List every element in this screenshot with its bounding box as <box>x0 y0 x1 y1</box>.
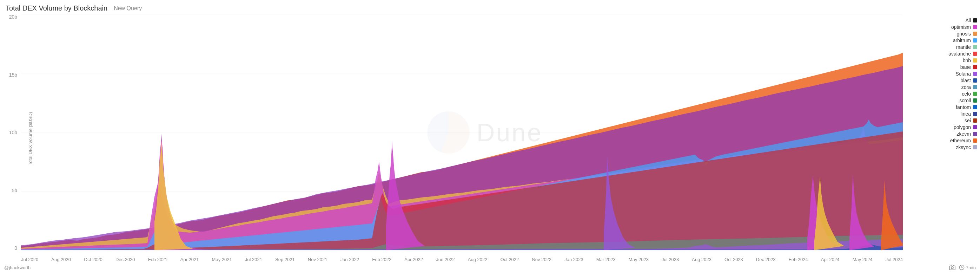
legend-label-zora: zora <box>961 84 971 90</box>
legend-item-zora[interactable]: zora <box>948 84 977 90</box>
bottom-bar: @jhackworth 7min <box>0 263 980 272</box>
legend-item-avalanche[interactable]: avalanche <box>948 51 977 57</box>
chart-container: Total DEX Volume by Blockchain New Query… <box>0 0 980 272</box>
x-label-10: Jan 2022 <box>340 257 360 262</box>
y-label-0: 0 <box>14 245 17 251</box>
x-label-4: Feb 2021 <box>148 257 167 262</box>
legend-label-arbitrum: arbitrum <box>953 38 971 43</box>
legend-dot-fantom <box>973 105 977 109</box>
legend-dot-scroll <box>973 98 977 102</box>
legend-dot-arbitrum <box>973 38 977 43</box>
legend-item-gnosis[interactable]: gnosis <box>948 31 977 37</box>
chart-area: Dune <box>21 14 903 251</box>
legend-dot-ethereum <box>973 138 977 143</box>
legend-label-zksync: zksync <box>956 144 971 150</box>
legend-item-optimism[interactable]: optimism <box>948 24 977 30</box>
legend-item-zkevm[interactable]: zkevm <box>948 131 977 137</box>
user-handle: @jhackworth <box>4 265 30 270</box>
x-label-8: Sep 2021 <box>275 257 295 262</box>
legend-dot-zkevm <box>973 132 977 136</box>
y-label-10b: 10b <box>9 130 17 135</box>
y-label-5b: 5b <box>11 188 17 193</box>
legend-item-celo[interactable]: celo <box>948 91 977 97</box>
legend-dot-base <box>973 65 977 69</box>
legend-item-scroll[interactable]: scroll <box>948 98 977 103</box>
legend-dot-polygon <box>973 125 977 129</box>
chart-svg <box>21 14 903 251</box>
legend-dot-bnb <box>973 58 977 62</box>
x-axis-labels: Jul 2020 Aug 2020 Oct 2020 Dec 2020 Feb … <box>21 257 903 262</box>
legend-item-fantom[interactable]: fantom <box>948 104 977 110</box>
legend-label-blast: blast <box>960 78 971 83</box>
x-label-5: Apr 2021 <box>180 257 199 262</box>
svg-point-5 <box>951 267 953 269</box>
legend-dot-blast <box>973 78 977 83</box>
legend: All optimism gnosis arbitrum mantle aval… <box>948 18 977 150</box>
x-label-14: Aug 2022 <box>468 257 488 262</box>
legend-label-mantle: mantle <box>956 44 971 50</box>
y-label-20b: 20b <box>9 14 17 20</box>
legend-item-mantle[interactable]: mantle <box>948 44 977 50</box>
legend-label-optimism: optimism <box>951 24 971 30</box>
legend-item-blast[interactable]: blast <box>948 78 977 83</box>
x-label-25: Apr 2024 <box>821 257 840 262</box>
legend-dot-zksync <box>973 145 977 149</box>
refresh-badge[interactable]: 7min <box>959 265 976 270</box>
legend-label-fantom: fantom <box>956 104 971 110</box>
legend-item-polygon[interactable]: polygon <box>948 125 977 130</box>
legend-dot-linea <box>973 112 977 116</box>
legend-label-avalanche: avalanche <box>948 51 971 57</box>
legend-label-sei: sei <box>964 118 971 123</box>
x-label-0: Jul 2020 <box>21 257 38 262</box>
x-label-7: Jul 2021 <box>245 257 262 262</box>
legend-dot-sei <box>973 118 977 123</box>
legend-label-ethereum: ethereum <box>950 138 971 143</box>
legend-item-bnb[interactable]: bnb <box>948 58 977 63</box>
x-label-12: Apr 2022 <box>404 257 423 262</box>
legend-item-all[interactable]: All <box>948 18 977 23</box>
x-label-20: Jul 2023 <box>662 257 679 262</box>
x-label-26: May 2024 <box>853 257 873 262</box>
legend-label-scroll: scroll <box>959 98 971 103</box>
x-label-2: Oct 2020 <box>84 257 102 262</box>
legend-dot-all <box>973 18 977 22</box>
legend-dot-solana <box>973 72 977 76</box>
new-query-button[interactable]: New Query <box>114 5 142 11</box>
legend-dot-zora <box>973 85 977 89</box>
legend-item-zksync[interactable]: zksync <box>948 144 977 150</box>
legend-item-sei[interactable]: sei <box>948 118 977 123</box>
legend-dot-mantle <box>973 45 977 49</box>
chart-title-area: Total DEX Volume by Blockchain New Query <box>6 4 142 12</box>
legend-dot-optimism <box>973 25 977 29</box>
legend-dot-celo <box>973 92 977 96</box>
legend-item-base[interactable]: base <box>948 64 977 70</box>
legend-label-celo: celo <box>962 91 971 97</box>
x-label-27: Jul 2024 <box>886 257 903 262</box>
legend-label-bnb: bnb <box>963 58 971 63</box>
x-label-6: May 2021 <box>212 257 232 262</box>
legend-label-linea: linea <box>960 111 971 117</box>
legend-label-solana: Solana <box>955 71 971 77</box>
legend-label-polygon: polygon <box>954 125 971 130</box>
x-label-9: Nov 2021 <box>308 257 328 262</box>
camera-icon[interactable] <box>949 264 955 270</box>
legend-item-solana[interactable]: Solana <box>948 71 977 77</box>
clock-icon <box>959 265 964 270</box>
x-label-22: Oct 2023 <box>724 257 743 262</box>
x-label-18: Mar 2023 <box>597 257 616 262</box>
legend-label-gnosis: gnosis <box>957 31 971 37</box>
legend-item-linea[interactable]: linea <box>948 111 977 117</box>
bottom-right: 7min <box>949 264 976 270</box>
refresh-time: 7min <box>966 265 976 270</box>
legend-item-arbitrum[interactable]: arbitrum <box>948 38 977 43</box>
y-axis-labels: 20b 15b 10b 5b 0 <box>0 14 19 251</box>
x-label-15: Oct 2022 <box>501 257 519 262</box>
legend-item-ethereum[interactable]: ethereum <box>948 138 977 143</box>
x-label-16: Nov 2022 <box>532 257 551 262</box>
x-label-19: May 2023 <box>628 257 649 262</box>
x-label-13: Jun 2022 <box>436 257 455 262</box>
x-label-1: Aug 2020 <box>51 257 71 262</box>
x-label-17: Jan 2023 <box>565 257 583 262</box>
legend-label-all: All <box>965 18 971 23</box>
x-label-11: Feb 2022 <box>372 257 391 262</box>
